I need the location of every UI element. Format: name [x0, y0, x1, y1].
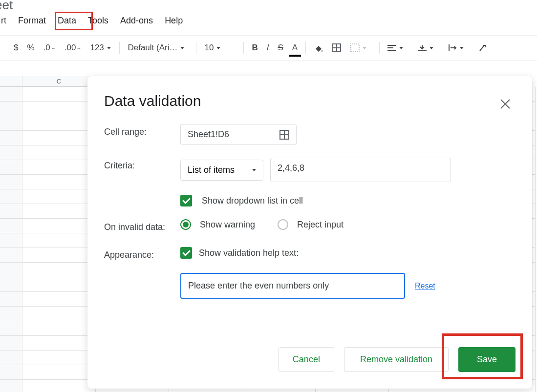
close-icon [500, 99, 511, 109]
menu-help[interactable]: Help [159, 14, 189, 28]
cancel-button[interactable]: Cancel [279, 347, 334, 372]
on-invalid-label: On invalid data: [104, 219, 180, 232]
cell[interactable] [22, 365, 96, 380]
decrease-decimal-button[interactable]: .0← [40, 40, 60, 56]
cell[interactable] [22, 292, 96, 307]
show-warning-label: Show warning [200, 220, 255, 230]
show-dropdown-checkbox[interactable] [180, 195, 192, 206]
cell[interactable] [0, 263, 22, 277]
cell[interactable] [0, 145, 22, 160]
cell[interactable] [0, 219, 22, 233]
menu-insert[interactable]: rt [0, 14, 12, 28]
remove-validation-button[interactable]: Remove validation [344, 347, 449, 372]
cell[interactable] [22, 336, 96, 351]
paint-bucket-icon [314, 43, 323, 53]
cell[interactable] [0, 160, 22, 175]
merge-cells-button[interactable] [346, 41, 375, 54]
column-header-c[interactable]: C [22, 76, 96, 87]
cell[interactable] [0, 351, 22, 365]
fill-color-button[interactable] [310, 40, 327, 56]
menu-bar: rt Format Data Tools Add-ons Help [0, 14, 189, 28]
corner-header[interactable] [0, 76, 22, 87]
select-range-icon[interactable] [279, 130, 289, 140]
criteria-label: Criteria: [104, 158, 180, 171]
text-rotation-button[interactable] [474, 41, 492, 55]
cell[interactable] [22, 233, 96, 248]
cell[interactable] [22, 307, 96, 321]
cell-range-input[interactable]: Sheet1!D6 [180, 124, 297, 145]
cell[interactable] [0, 336, 22, 351]
reset-link[interactable]: Reset [415, 282, 435, 290]
cell[interactable] [0, 204, 22, 219]
text-color-button[interactable]: A [288, 40, 301, 56]
cell[interactable] [22, 116, 96, 131]
horizontal-align-button[interactable] [384, 42, 413, 53]
cell[interactable] [0, 131, 22, 145]
cell[interactable] [22, 189, 96, 204]
currency-button[interactable]: $ [10, 40, 22, 56]
borders-button[interactable] [328, 41, 345, 55]
help-text-input[interactable] [180, 273, 405, 299]
cell[interactable] [0, 87, 22, 102]
cell[interactable] [0, 307, 22, 321]
cell[interactable] [0, 321, 22, 336]
merge-icon [350, 43, 360, 52]
text-wrap-button[interactable] [444, 42, 473, 54]
cell[interactable] [0, 277, 22, 292]
cell[interactable] [22, 219, 96, 233]
rotate-icon [478, 43, 488, 52]
cell[interactable] [22, 248, 96, 263]
bold-button[interactable]: B [248, 40, 261, 56]
number-format-select[interactable]: 123 [86, 41, 115, 55]
close-button[interactable] [500, 98, 511, 113]
doc-title: eet [0, 0, 13, 13]
cell-range-value: Sheet1!D6 [188, 129, 229, 140]
criteria-type-select[interactable]: List of items [180, 160, 263, 181]
cell[interactable] [22, 321, 96, 336]
chevron-down-icon [252, 169, 256, 171]
cell[interactable] [22, 351, 96, 365]
cell[interactable] [0, 175, 22, 189]
cell[interactable] [22, 277, 96, 292]
strikethrough-button[interactable]: S [274, 40, 287, 56]
cell[interactable] [22, 131, 96, 145]
italic-button[interactable]: I [263, 40, 273, 56]
criteria-type-value: List of items [188, 165, 235, 175]
reject-input-radio[interactable] [278, 219, 288, 230]
increase-decimal-button[interactable]: .00→ [61, 40, 86, 56]
appearance-label: Appearance: [104, 247, 180, 260]
criteria-value-input[interactable] [270, 158, 451, 182]
save-button-highlight [442, 333, 523, 379]
menu-format[interactable]: Format [12, 14, 52, 28]
cell[interactable] [22, 204, 96, 219]
cell[interactable] [22, 263, 96, 277]
cell[interactable] [0, 365, 22, 380]
show-help-text-checkbox[interactable] [180, 247, 192, 259]
reject-input-label: Reject input [297, 220, 344, 230]
cell[interactable] [0, 248, 22, 263]
align-left-icon [387, 44, 396, 51]
font-select[interactable]: Default (Ari… [124, 41, 192, 55]
menu-addons[interactable]: Add-ons [114, 14, 159, 28]
toolbar: $ % .0← .00→ 123 Default (Ari… 10 B I S … [0, 35, 537, 61]
svg-rect-0 [350, 44, 359, 52]
cell[interactable] [22, 380, 96, 392]
cell[interactable] [0, 233, 22, 248]
vertical-align-button[interactable] [414, 42, 443, 54]
percent-button[interactable]: % [23, 40, 38, 56]
cell[interactable] [0, 102, 22, 116]
font-size-select[interactable]: 10 [200, 41, 239, 55]
cell[interactable] [0, 380, 22, 392]
cell[interactable] [0, 189, 22, 204]
show-warning-radio[interactable] [180, 219, 191, 230]
data-menu-highlight [55, 12, 93, 30]
dialog-title: Data validation [104, 93, 516, 109]
cell[interactable] [0, 116, 22, 131]
cell[interactable] [22, 102, 96, 116]
cell[interactable] [22, 160, 96, 175]
cell[interactable] [22, 87, 96, 102]
cell[interactable] [22, 145, 96, 160]
cell[interactable] [0, 292, 22, 307]
cell[interactable] [22, 175, 96, 189]
data-validation-dialog: Data validation Cell range: Sheet1!D6 Cr… [87, 76, 532, 389]
